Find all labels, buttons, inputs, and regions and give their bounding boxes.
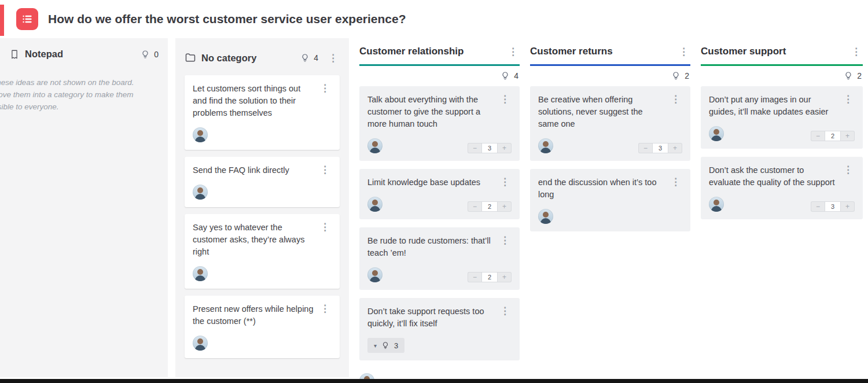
idea-card[interactable]: end the discussion when it’s too long ⋮: [530, 169, 690, 231]
card-menu-icon[interactable]: ⋮: [318, 83, 332, 94]
column-menu-icon[interactable]: ⋮: [677, 46, 690, 57]
card-menu-icon[interactable]: ⋮: [318, 222, 332, 233]
idea-card[interactable]: Let customers sort things out and find t…: [185, 75, 340, 150]
vote-count: 2: [825, 131, 841, 141]
vote-stepper: − 3 +: [811, 201, 855, 212]
column-idea-count: 4: [514, 71, 518, 80]
idea-card[interactable]: Talk about everything with the customer …: [359, 86, 520, 161]
column-idea-count: 4: [314, 53, 318, 62]
vote-stepper: − 3 +: [468, 143, 512, 153]
avatar: [193, 266, 208, 281]
column-customer-returns: Customer returns ⋮ 2 Be creative when of…: [530, 38, 690, 240]
notepad-hint: These ideas are not shown on the board. …: [0, 77, 147, 113]
idea-card[interactable]: Say yes to whatever the customer asks, t…: [185, 214, 340, 289]
vote-stepper: − 2 +: [468, 201, 512, 212]
card-menu-icon[interactable]: ⋮: [498, 94, 512, 105]
card-text: Say yes to whatever the customer asks, t…: [193, 222, 318, 258]
column-title: No category: [201, 53, 256, 64]
vote-minus-button[interactable]: −: [468, 272, 481, 282]
vote-plus-button[interactable]: +: [498, 201, 512, 212]
avatar: [193, 336, 208, 351]
card-text: Present new offers while helping the cus…: [193, 303, 318, 327]
column-title: Customer returns: [530, 46, 613, 57]
notepad-title: Notepad: [25, 49, 63, 60]
card-text: Don’t ask the customer to evaluate the q…: [709, 164, 841, 189]
card-text: Don’t put any images in our guides, it’l…: [709, 94, 841, 118]
card-menu-icon[interactable]: ⋮: [498, 176, 512, 187]
card-text: Don’t take support requests too quickly,…: [367, 305, 498, 330]
idea-card[interactable]: Don’t ask the customer to evaluate the q…: [701, 157, 863, 219]
idea-card[interactable]: Don’t put any images in our guides, it’l…: [701, 86, 863, 149]
card-menu-icon[interactable]: ⋮: [318, 303, 332, 314]
bulb-icon: [501, 71, 510, 80]
column-no-category: No category 4 ⋮ Let customers sort thing…: [175, 38, 349, 377]
collapsed-idea-count: 3: [394, 341, 398, 350]
column-idea-count: 2: [685, 71, 689, 80]
card-text: Send the FAQ link directly: [193, 164, 318, 176]
vote-stepper: − 2 +: [468, 272, 512, 282]
card-menu-icon[interactable]: ⋮: [841, 94, 855, 105]
vote-stepper: − 3 +: [638, 143, 682, 153]
notepad-icon: [9, 49, 20, 60]
card-text: Be creative when offering solutions, nev…: [538, 94, 669, 130]
expand-ideas-button[interactable]: ▾ 3: [367, 338, 404, 353]
vote-plus-button[interactable]: +: [841, 131, 855, 141]
vote-minus-button[interactable]: −: [468, 201, 481, 212]
avatar: [367, 197, 382, 212]
idea-card[interactable]: Be rude to rude customers: that’ll teach…: [359, 227, 520, 290]
vote-plus-button[interactable]: +: [498, 143, 512, 153]
vote-plus-button[interactable]: +: [841, 201, 855, 212]
board: Notepad 0 These ideas are not shown on t…: [0, 38, 868, 377]
vote-minus-button[interactable]: −: [638, 143, 652, 153]
column-menu-icon[interactable]: ⋮: [849, 46, 863, 57]
avatar: [367, 267, 382, 282]
idea-card[interactable]: Present new offers while helping the cus…: [185, 296, 340, 358]
card-text: Let customers sort things out and find t…: [193, 83, 318, 119]
vote-stepper: − 2 +: [811, 131, 855, 141]
card-text: Be rude to rude customers: that’ll teach…: [367, 235, 498, 259]
vote-plus-button[interactable]: +: [668, 143, 682, 153]
column-menu-icon[interactable]: ⋮: [506, 46, 520, 57]
avatar: [193, 127, 208, 142]
folder-icon: [185, 52, 196, 64]
bulb-icon: [300, 53, 310, 62]
bulb-icon: [381, 341, 389, 349]
vote-count: 3: [481, 143, 498, 153]
vote-count: 2: [481, 272, 498, 282]
avatar: [193, 185, 208, 200]
column-menu-icon[interactable]: ⋮: [326, 53, 340, 64]
vote-count: 2: [481, 201, 498, 212]
app-logo[interactable]: [16, 8, 38, 30]
idea-card[interactable]: Send the FAQ link directly ⋮: [185, 157, 340, 207]
vote-plus-button[interactable]: +: [498, 272, 512, 282]
bulb-icon: [844, 71, 853, 80]
app-header: How do we offer the worst customer servi…: [0, 0, 868, 38]
vote-minus-button[interactable]: −: [811, 131, 825, 141]
avatar: [538, 209, 553, 224]
card-menu-icon[interactable]: ⋮: [669, 176, 682, 187]
idea-card[interactable]: Limit knowledge base updates ⋮ − 2 +: [359, 169, 520, 219]
card-menu-icon[interactable]: ⋮: [318, 164, 332, 175]
list-icon: [21, 13, 34, 25]
card-menu-icon[interactable]: ⋮: [498, 305, 512, 316]
card-text: Talk about everything with the customer …: [367, 94, 498, 130]
card-menu-icon[interactable]: ⋮: [498, 235, 512, 246]
idea-card-collapsed[interactable]: Don’t take support requests too quickly,…: [359, 298, 520, 360]
idea-card[interactable]: Be creative when offering solutions, nev…: [530, 86, 690, 161]
column-customer-support: Customer support ⋮ 2 Don’t put any image…: [701, 38, 863, 227]
bulb-icon: [141, 50, 150, 59]
card-menu-icon[interactable]: ⋮: [841, 164, 855, 175]
avatar: [709, 126, 724, 141]
card-menu-icon[interactable]: ⋮: [669, 94, 682, 105]
vote-minus-button[interactable]: −: [811, 201, 825, 212]
vote-count: 3: [825, 201, 841, 212]
vote-minus-button[interactable]: −: [468, 143, 481, 153]
accent-stripe: [0, 5, 4, 36]
vote-count: 3: [652, 143, 668, 153]
column-idea-count: 2: [857, 71, 862, 80]
bulb-icon: [671, 71, 681, 80]
chevron-down-icon: ▾: [374, 343, 377, 349]
avatar: [538, 138, 553, 153]
card-text: Limit knowledge base updates: [367, 176, 498, 189]
column-title: Customer support: [701, 46, 786, 57]
